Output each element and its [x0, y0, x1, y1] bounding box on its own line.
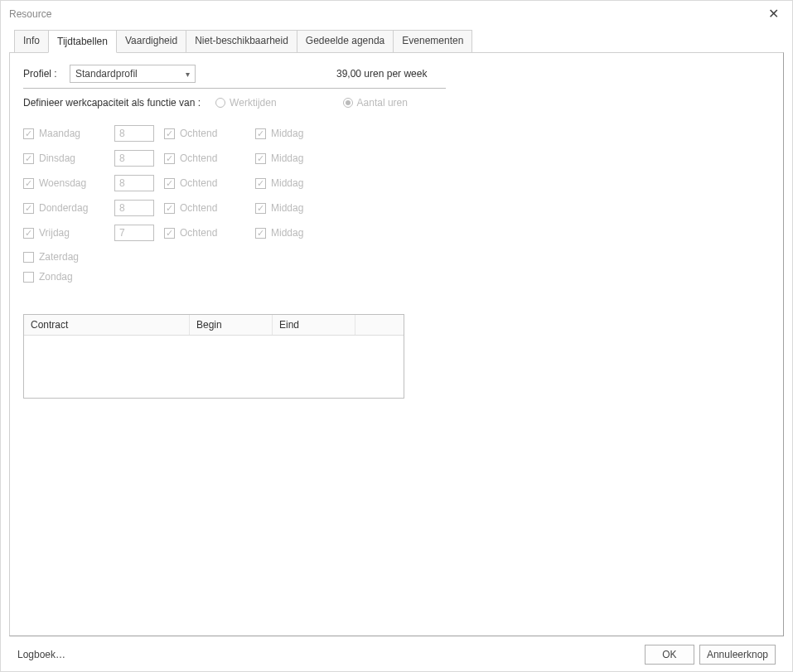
middag-label: Middag	[271, 128, 303, 139]
ochtend-label: Ochtend	[180, 152, 217, 164]
tab-label: Tijdtabellen	[57, 36, 108, 47]
hours-input-vrijdag[interactable]: 7	[114, 225, 154, 241]
hours-summary: 39,00 uren per week	[336, 68, 427, 80]
ochtend-label: Ochtend	[180, 177, 217, 189]
tab-label: Info	[23, 35, 40, 46]
checkbox-icon	[164, 228, 175, 239]
day-checkbox-zondag[interactable]: Zondag	[23, 271, 770, 283]
radio-indicator	[343, 98, 353, 108]
ochtend-label: Ochtend	[180, 202, 217, 214]
th-empty	[355, 315, 404, 335]
days-grid: Maandag 8 Ochtend Middag Dinsdag 8 Ochte…	[23, 125, 770, 241]
middag-checkbox-donderdag[interactable]: Middag	[255, 202, 322, 214]
middag-label: Middag	[271, 152, 303, 164]
th-contract[interactable]: Contract	[24, 315, 190, 335]
hours-input-donderdag[interactable]: 8	[114, 200, 154, 216]
checkbox-icon	[255, 228, 266, 239]
checkbox-icon	[164, 178, 175, 189]
checkbox-icon	[255, 178, 266, 189]
radio-label: Werktijden	[230, 97, 276, 109]
logboek-link[interactable]: Logboek…	[17, 649, 65, 660]
ochtend-checkbox-woensdag[interactable]: Ochtend	[164, 177, 255, 189]
chevron-down-icon: ▾	[186, 70, 190, 79]
checkbox-icon	[164, 203, 175, 214]
tab-evenementen[interactable]: Evenementen	[393, 30, 472, 53]
middag-checkbox-maandag[interactable]: Middag	[255, 128, 322, 139]
tab-label: Vaardigheid	[125, 35, 177, 46]
ok-button[interactable]: OK	[645, 645, 694, 665]
dialog-body: Info Tijdtabellen Vaardigheid Niet-besch…	[1, 26, 792, 671]
table-header: Contract Begin Eind	[24, 315, 404, 336]
middag-label: Middag	[271, 177, 303, 189]
checkbox-icon	[23, 228, 34, 239]
tab-gedeelde-agenda[interactable]: Gedeelde agenda	[297, 30, 394, 53]
checkbox-icon	[23, 128, 34, 139]
day-checkbox-zaterdag[interactable]: Zaterdag	[23, 251, 770, 263]
radio-label: Aantal uren	[357, 97, 408, 109]
checkbox-icon	[23, 272, 34, 283]
table-body[interactable]	[24, 336, 404, 398]
titlebar: Resource ✕	[1, 1, 792, 26]
tab-bar: Info Tijdtabellen Vaardigheid Niet-besch…	[14, 29, 784, 52]
profiel-value: Standardprofil	[75, 68, 138, 80]
checkbox-icon	[23, 203, 34, 214]
tab-label: Niet-beschikbaarheid	[195, 35, 288, 46]
tab-info[interactable]: Info	[14, 30, 49, 53]
ochtend-checkbox-dinsdag[interactable]: Ochtend	[164, 152, 255, 164]
ochtend-checkbox-maandag[interactable]: Ochtend	[164, 128, 255, 139]
profiel-select[interactable]: Standardprofil ▾	[70, 65, 196, 83]
middag-checkbox-dinsdag[interactable]: Middag	[255, 152, 322, 164]
day-label: Dinsdag	[39, 152, 75, 164]
checkbox-icon	[23, 153, 34, 164]
dialog-footer: Logboek… OK Annuleerknop	[9, 636, 784, 671]
profiel-row: Profiel : Standardprofil ▾ 39,00 uren pe…	[23, 65, 770, 83]
close-icon[interactable]: ✕	[763, 6, 784, 22]
define-label: Definieer werkcapaciteit als functie van…	[23, 97, 201, 109]
tab-label: Gedeelde agenda	[306, 35, 384, 46]
tab-vaardigheid[interactable]: Vaardigheid	[116, 30, 186, 53]
profiel-label: Profiel :	[23, 68, 70, 80]
day-label: Woensdag	[39, 177, 86, 189]
window-title: Resource	[9, 8, 51, 20]
tab-tijdtabellen[interactable]: Tijdtabellen	[48, 30, 117, 53]
tab-panel: Profiel : Standardprofil ▾ 39,00 uren pe…	[9, 52, 784, 636]
middag-checkbox-woensdag[interactable]: Middag	[255, 177, 322, 189]
contracts-table: Contract Begin Eind	[23, 314, 404, 399]
resource-dialog: Resource ✕ Info Tijdtabellen Vaardigheid…	[0, 0, 793, 672]
footer-buttons: OK Annuleerknop	[645, 645, 776, 665]
tab-niet-beschikbaarheid[interactable]: Niet-beschikbaarheid	[186, 30, 297, 53]
middag-checkbox-vrijdag[interactable]: Middag	[255, 227, 322, 239]
ochtend-checkbox-vrijdag[interactable]: Ochtend	[164, 227, 255, 239]
day-checkbox-donderdag[interactable]: Donderdag	[23, 202, 114, 214]
hours-input-dinsdag[interactable]: 8	[114, 150, 154, 167]
checkbox-icon	[23, 178, 34, 189]
hours-value: 8	[119, 152, 125, 164]
capacity-radio-group: Werktijden Aantal uren	[215, 97, 474, 109]
checkbox-icon	[255, 203, 266, 214]
hours-value: 8	[119, 202, 125, 214]
day-checkbox-dinsdag[interactable]: Dinsdag	[23, 152, 114, 164]
ochtend-checkbox-donderdag[interactable]: Ochtend	[164, 202, 255, 214]
radio-werktijden[interactable]: Werktijden	[215, 97, 276, 109]
weekend-group: Zaterdag Zondag	[23, 251, 770, 283]
hours-value: 8	[119, 128, 125, 139]
hours-input-woensdag[interactable]: 8	[114, 175, 154, 191]
checkbox-icon	[23, 252, 34, 263]
day-label: Zaterdag	[39, 251, 79, 263]
checkbox-icon	[164, 128, 175, 139]
cancel-button[interactable]: Annuleerknop	[699, 645, 776, 665]
hours-input-maandag[interactable]: 8	[114, 125, 154, 142]
day-checkbox-maandag[interactable]: Maandag	[23, 128, 114, 139]
middag-label: Middag	[271, 227, 303, 239]
day-label: Maandag	[39, 128, 80, 139]
day-checkbox-woensdag[interactable]: Woensdag	[23, 177, 114, 189]
middag-label: Middag	[271, 202, 303, 214]
th-eind[interactable]: Eind	[273, 315, 355, 335]
divider	[23, 88, 446, 89]
th-begin[interactable]: Begin	[190, 315, 273, 335]
day-checkbox-vrijdag[interactable]: Vrijdag	[23, 227, 114, 239]
checkbox-icon	[164, 153, 175, 164]
day-label: Donderdag	[39, 202, 88, 214]
ochtend-label: Ochtend	[180, 128, 217, 139]
radio-aantal-uren[interactable]: Aantal uren	[343, 97, 408, 109]
